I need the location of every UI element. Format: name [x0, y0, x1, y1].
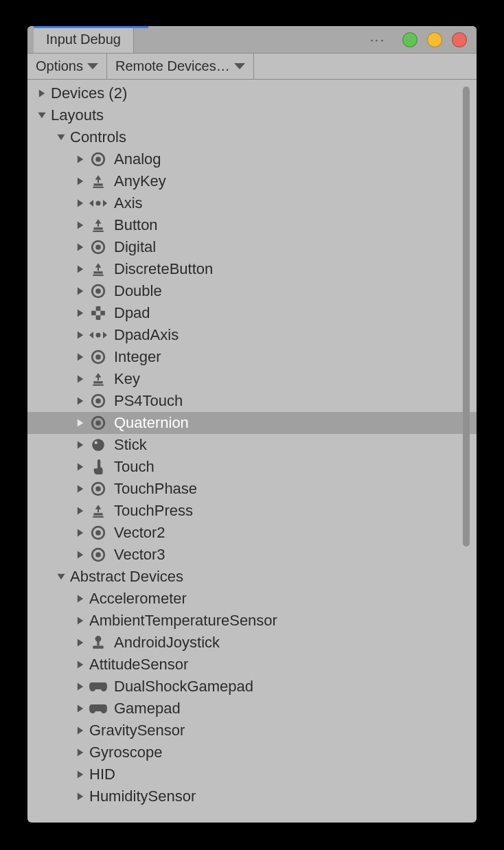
- collapsed-arrow-icon[interactable]: [76, 726, 85, 735]
- tree-item[interactable]: HumiditySensor: [27, 785, 477, 807]
- tree-item[interactable]: Gyroscope: [27, 742, 477, 763]
- expanded-arrow-icon[interactable]: [37, 111, 47, 120]
- collapsed-arrow-icon[interactable]: [37, 89, 47, 98]
- svg-rect-59: [93, 513, 102, 515]
- maximize-button[interactable]: [427, 32, 442, 47]
- collapsed-arrow-icon[interactable]: [76, 396, 85, 406]
- tree-item[interactable]: AnyKey: [27, 170, 477, 192]
- expanded-arrow-icon[interactable]: [56, 572, 66, 582]
- svg-point-46: [95, 398, 101, 404]
- svg-marker-37: [78, 353, 83, 360]
- tree-item[interactable]: AmbientTemperatureSensor: [27, 610, 477, 632]
- collapsed-arrow-icon[interactable]: [76, 462, 85, 472]
- tree-item[interactable]: Stick: [27, 434, 477, 456]
- collapsed-arrow-icon[interactable]: [76, 748, 85, 757]
- tree-item[interactable]: Vector2: [27, 522, 477, 544]
- tree-item[interactable]: DiscreteButton: [27, 258, 477, 280]
- tree-item[interactable]: Axis: [27, 192, 477, 214]
- kebab-menu-icon[interactable]: ⋮: [369, 33, 385, 47]
- tree-item[interactable]: AttitudeSensor: [27, 654, 477, 676]
- svg-rect-23: [93, 271, 102, 273]
- tree-item[interactable]: Double: [27, 280, 477, 302]
- svg-rect-30: [96, 315, 101, 320]
- remote-devices-dropdown[interactable]: Remote Devices…: [107, 54, 254, 79]
- collapsed-arrow-icon[interactable]: [76, 594, 85, 604]
- tree-item[interactable]: Devices (2): [27, 82, 477, 104]
- collapsed-arrow-icon[interactable]: [76, 374, 85, 384]
- tree-item[interactable]: Gamepad: [27, 698, 477, 720]
- tree-item[interactable]: Key: [27, 368, 477, 390]
- collapsed-arrow-icon[interactable]: [76, 792, 85, 801]
- axis-icon: [89, 195, 107, 211]
- collapsed-arrow-icon[interactable]: [76, 308, 85, 318]
- active-tab-indicator: [34, 26, 148, 28]
- tree-item[interactable]: Touch: [27, 456, 477, 478]
- svg-marker-2: [57, 135, 65, 140]
- close-button[interactable]: [452, 32, 467, 47]
- collapsed-arrow-icon[interactable]: [76, 154, 85, 164]
- tree-item[interactable]: Layouts: [27, 104, 477, 126]
- svg-point-39: [95, 354, 101, 360]
- collapsed-arrow-icon[interactable]: [76, 704, 85, 713]
- expanded-arrow-icon[interactable]: [56, 133, 66, 142]
- collapsed-arrow-icon[interactable]: [76, 264, 85, 274]
- collapsed-arrow-icon[interactable]: [76, 616, 85, 625]
- tree-item-label: DiscreteButton: [114, 260, 213, 278]
- tree-item[interactable]: Quaternion: [27, 412, 477, 434]
- collapsed-arrow-icon[interactable]: [76, 198, 85, 208]
- target-icon: [89, 283, 107, 299]
- tree-item[interactable]: DpadAxis: [27, 324, 477, 346]
- collapsed-arrow-icon[interactable]: [76, 176, 85, 186]
- svg-marker-53: [78, 463, 83, 470]
- collapsed-arrow-icon[interactable]: [76, 330, 85, 340]
- window-tab[interactable]: Input Debug: [34, 26, 134, 53]
- tree-item[interactable]: Abstract Devices: [27, 566, 477, 588]
- tree-item[interactable]: Accelerometer: [27, 588, 477, 610]
- collapsed-arrow-icon[interactable]: [76, 352, 85, 362]
- collapsed-arrow-icon[interactable]: [76, 220, 85, 230]
- svg-point-49: [95, 420, 101, 426]
- tree-view[interactable]: Devices (2)LayoutsControlsAnalogAnyKeyAx…: [27, 80, 477, 823]
- collapsed-arrow-icon[interactable]: [76, 418, 85, 428]
- tree-item[interactable]: Button: [27, 214, 477, 236]
- options-dropdown[interactable]: Options: [27, 54, 107, 79]
- tree-item[interactable]: Integer: [27, 346, 477, 368]
- tree-item[interactable]: TouchPress: [27, 500, 477, 522]
- tree-item-label: Touch: [114, 458, 154, 476]
- tree-item[interactable]: Vector3: [27, 544, 477, 566]
- tree-item[interactable]: DualShockGamepad: [27, 676, 477, 698]
- collapsed-arrow-icon[interactable]: [76, 660, 85, 669]
- svg-marker-79: [78, 770, 83, 778]
- tree-item[interactable]: HID: [27, 763, 477, 785]
- collapsed-arrow-icon[interactable]: [76, 682, 85, 691]
- svg-marker-0: [39, 89, 45, 97]
- tree-item-label: PS4Touch: [114, 392, 183, 410]
- tree-item[interactable]: Analog: [27, 148, 477, 170]
- tree-item[interactable]: Digital: [27, 236, 477, 258]
- svg-marker-28: [78, 309, 83, 317]
- tree-item[interactable]: GravitySensor: [27, 720, 477, 742]
- svg-marker-61: [78, 529, 83, 536]
- collapsed-arrow-icon[interactable]: [76, 484, 85, 494]
- tree-item[interactable]: TouchPhase: [27, 478, 477, 500]
- tree-item[interactable]: Controls: [27, 126, 477, 148]
- collapsed-arrow-icon[interactable]: [76, 242, 85, 252]
- collapsed-arrow-icon[interactable]: [76, 286, 85, 296]
- chevron-down-icon: [87, 63, 98, 69]
- tree-item-label: Key: [114, 370, 140, 388]
- collapsed-arrow-icon[interactable]: [76, 638, 85, 647]
- scrollbar-thumb[interactable]: [463, 87, 470, 547]
- press-icon: [89, 173, 107, 189]
- collapsed-arrow-icon[interactable]: [76, 770, 85, 779]
- collapsed-arrow-icon[interactable]: [76, 528, 85, 538]
- tree-item[interactable]: Dpad: [27, 302, 477, 324]
- collapsed-arrow-icon[interactable]: [76, 550, 85, 560]
- collapsed-arrow-icon[interactable]: [76, 506, 85, 516]
- dpad-icon: [89, 305, 107, 321]
- tree-item-label: Gamepad: [114, 700, 181, 717]
- minimize-button[interactable]: [402, 32, 417, 47]
- tree-item[interactable]: PS4Touch: [27, 390, 477, 412]
- collapsed-arrow-icon[interactable]: [76, 440, 85, 450]
- tree-item[interactable]: AndroidJoystick: [27, 632, 477, 654]
- svg-marker-6: [78, 177, 83, 185]
